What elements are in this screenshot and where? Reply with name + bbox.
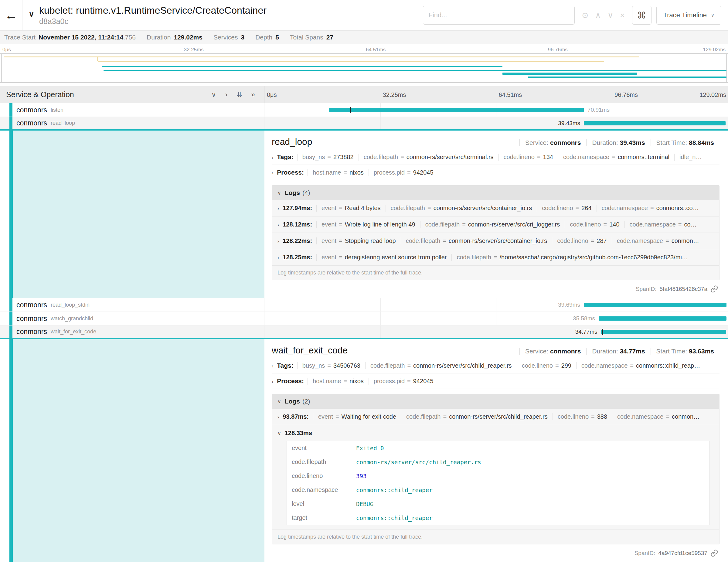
span-detail-wait-for-exit-code: wait_for_exit_code Service:conmonrs Dura… xyxy=(0,339,728,562)
log-fields: event=deregistering event source from po… xyxy=(316,254,693,261)
log-field: code.namespace=conmonrs::co… xyxy=(597,205,704,212)
span-meta-label: Start Time: xyxy=(656,139,687,146)
log-entry[interactable]: › 127.94ms: event=Read 4 bytescode.filep… xyxy=(272,200,719,216)
span-row-wait-for-exit-code[interactable]: conmonrs wait_for_exit_code 34.77ms xyxy=(0,325,728,339)
span-detail-panel: read_loop Service:conmonrs Duration:39.4… xyxy=(264,131,728,298)
span-service-name: conmonrs xyxy=(16,301,47,309)
span-name-cell[interactable]: conmonrs watch_grandchild xyxy=(0,312,264,325)
span-duration-bar[interactable] xyxy=(601,330,726,334)
logs-header[interactable]: ∨ Logs (4) xyxy=(272,186,719,200)
log-field-key: code.lineno xyxy=(570,221,601,228)
span-timeline-cell[interactable]: 35.58ms xyxy=(264,312,728,325)
log-table-row: code.namespace conmonrs::child_reaper xyxy=(287,483,709,497)
collapse-controls: ∨›⇊» xyxy=(211,91,255,99)
find-clear-icon[interactable]: × xyxy=(620,11,624,20)
log-field-key: code.lineno xyxy=(542,205,573,211)
log-field: code.lineno=264 xyxy=(537,205,596,212)
log-field: code.filepath=/home/sascha/.cargo/regist… xyxy=(451,254,692,261)
summary-item-value: 27 xyxy=(326,34,333,41)
span-meta-value: 93.63ms xyxy=(689,348,714,355)
span-detail-header: wait_for_exit_code Service:conmonrs Dura… xyxy=(272,345,719,356)
span-timeline-cell[interactable]: 39.69ms xyxy=(264,298,728,312)
collapse-control-icon[interactable]: » xyxy=(251,91,255,99)
log-entry[interactable]: › 128.25ms: event=deregistering event so… xyxy=(272,249,719,266)
log-field-equals: = xyxy=(603,221,607,228)
span-name-cell[interactable]: conmonrs read_loop xyxy=(0,117,264,129)
timeline-minimap: 0μs32.25ms64.51ms96.76ms129.02ms xyxy=(0,44,728,83)
minimap-right-scrubber[interactable] xyxy=(726,54,727,82)
log-timestamp: 93.87ms: xyxy=(283,413,309,420)
log-timestamp: 127.94ms: xyxy=(283,205,312,212)
minimap-left-scrubber[interactable] xyxy=(1,54,2,82)
log-field: code.namespace=conmon… xyxy=(612,413,704,420)
log-field: code.namespace=conmon… xyxy=(612,237,704,244)
span-id-label: SpanID: xyxy=(636,286,657,292)
chevron-down-icon: ∨ xyxy=(711,12,714,18)
process-value: nixos xyxy=(349,169,364,176)
span-operation-name: read_loop_stdin xyxy=(51,302,90,308)
tags-row[interactable]: › Tags: busy_ns=273882code.filepath=conm… xyxy=(272,149,719,165)
link-icon[interactable] xyxy=(710,549,718,557)
span-meta-label: Duration: xyxy=(592,348,618,355)
log-field-equals: = xyxy=(443,237,446,244)
logs-note: Log timestamps are relative to the start… xyxy=(272,266,719,280)
process-row[interactable]: › Process: host.name=nixosprocess.pid=94… xyxy=(272,373,719,389)
timeline-tick-label: 64.51ms xyxy=(499,91,522,98)
tag-item: code.namespace=conmonrs::child_reap… xyxy=(576,362,705,369)
trace-summary-bar: Trace StartNovember 15 2022, 11:24:14.75… xyxy=(0,30,728,44)
log-entry[interactable]: › 93.87ms: event=Waiting for exit codeco… xyxy=(272,409,719,425)
log-field-equals: = xyxy=(494,254,497,261)
process-row[interactable]: › Process: host.name=nixosprocess.pid=94… xyxy=(272,165,719,180)
collapse-control-icon[interactable]: ∨ xyxy=(211,91,216,99)
process-key: host.name xyxy=(313,378,341,384)
service-operation-header: Service & Operation ∨›⇊» xyxy=(0,86,264,103)
span-timeline-cell[interactable]: 34.77ms xyxy=(264,325,728,338)
find-prev-icon[interactable]: ∧ xyxy=(595,11,601,20)
span-duration-bar[interactable] xyxy=(584,303,726,307)
log-field-value: conmon-rs/server/src/child_reaper.rs xyxy=(449,413,548,420)
span-row-watch-grandchild[interactable]: conmonrs watch_grandchild 35.58ms xyxy=(0,312,728,325)
log-field-equals: = xyxy=(427,205,431,211)
span-detail-panel: wait_for_exit_code Service:conmonrs Dura… xyxy=(264,339,728,562)
logs-header[interactable]: ∨ Logs (2) xyxy=(272,394,719,409)
log-entry[interactable]: › 128.22ms: event=Stopping read loopcode… xyxy=(272,233,719,249)
log-timestamp: 128.12ms: xyxy=(283,221,312,228)
minimap-canvas[interactable] xyxy=(0,53,728,83)
span-row-listen[interactable]: conmonrs listen 70.91ms xyxy=(0,103,728,117)
span-duration-bar[interactable] xyxy=(584,121,726,125)
page-title: kubelet: runtime.v1.RuntimeService/Creat… xyxy=(39,5,267,16)
back-icon[interactable]: ← xyxy=(0,0,22,30)
process-value: 942045 xyxy=(413,169,434,176)
span-meta-value: conmonrs xyxy=(550,139,581,146)
summary-item-label: Services xyxy=(213,34,238,41)
collapse-control-icon[interactable]: › xyxy=(225,91,227,99)
link-icon[interactable] xyxy=(710,285,718,293)
log-entry[interactable]: › 128.12ms: event=Wrote log line of leng… xyxy=(272,216,719,233)
span-row-read-loop[interactable]: conmonrs read_loop 39.43ms xyxy=(0,117,728,131)
keyboard-shortcuts-button[interactable]: ⌘ xyxy=(632,6,651,25)
span-duration-bar[interactable] xyxy=(329,108,584,112)
find-input[interactable] xyxy=(423,6,575,25)
collapse-control-icon[interactable]: ⇊ xyxy=(236,91,242,99)
log-field-key: code.namespace xyxy=(617,413,663,420)
tag-key: code.lineno xyxy=(504,154,535,160)
chevron-right-icon: › xyxy=(272,363,273,369)
view-selector-button[interactable]: Trace Timeline ∨ xyxy=(656,6,721,25)
log-entry-expanded-header[interactable]: ∨ 128.33ms xyxy=(277,430,714,437)
span-id-row: SpanID: 5faf48165428c37a xyxy=(272,280,719,295)
find-match-icon[interactable]: ⊙ xyxy=(582,11,589,20)
log-field-equals: = xyxy=(591,237,594,244)
span-row-read-loop-stdin[interactable]: conmonrs read_loop_stdin 39.69ms xyxy=(0,298,728,312)
span-name-cell[interactable]: conmonrs wait_for_exit_code xyxy=(0,325,264,338)
span-name-cell[interactable]: conmonrs read_loop_stdin xyxy=(0,298,264,312)
span-timeline-cell[interactable]: 39.43ms xyxy=(264,117,728,129)
tags-row[interactable]: › Tags: busy_ns=34506763code.filepath=co… xyxy=(272,358,719,373)
span-duration-bar[interactable] xyxy=(599,316,726,321)
span-operation-name: listen xyxy=(51,107,63,113)
span-timeline-cell[interactable]: 70.91ms xyxy=(264,103,728,117)
trace-collapse-chevron-icon[interactable]: ∨ xyxy=(29,9,34,19)
timeline-tick-label: 96.76ms xyxy=(614,91,638,98)
find-next-icon[interactable]: ∨ xyxy=(607,11,613,20)
log-table-value: DEBUG xyxy=(351,497,709,511)
span-name-cell[interactable]: conmonrs listen xyxy=(0,103,264,117)
